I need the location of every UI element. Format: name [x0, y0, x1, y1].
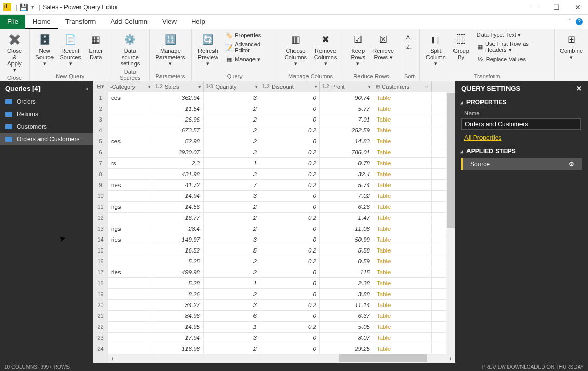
column-header-discount[interactable]: 1.2Discount▾ — [260, 81, 320, 92]
column-header-customers[interactable]: ⊞Customers↔ — [373, 81, 432, 92]
add-column-tab[interactable]: Add Column — [103, 15, 155, 29]
scroll-right-icon[interactable]: › — [446, 355, 455, 362]
row-number[interactable]: 6 — [93, 147, 108, 157]
cell-category[interactable] — [108, 343, 153, 354]
view-tab[interactable]: View — [155, 15, 184, 29]
table-row[interactable]: 17ries499.9820115Table — [93, 267, 455, 278]
table-row[interactable]: 4673.5720.2252.59Table — [93, 125, 455, 136]
row-number[interactable]: 22 — [93, 322, 108, 332]
cell-customers[interactable]: Table — [373, 234, 432, 245]
table-row[interactable]: 2317.94308.07Table — [93, 333, 455, 343]
table-row[interactable]: 24116.982029.25Table — [93, 343, 455, 354]
query-item[interactable]: Returns — [0, 108, 93, 121]
cell-category[interactable] — [108, 125, 153, 136]
cell-discount[interactable]: 0.2 — [260, 213, 320, 223]
cell-quantity[interactable]: 3 — [204, 234, 260, 245]
manage-button[interactable]: ▦Manage ▾ — [224, 55, 273, 63]
table-row[interactable]: 1ces362.943090.74Table — [93, 92, 455, 103]
cell-discount[interactable]: 0 — [260, 191, 320, 201]
cell-quantity[interactable]: 2 — [204, 213, 260, 223]
cell-category[interactable]: ces — [108, 92, 153, 103]
cell-category[interactable]: rs — [108, 158, 153, 168]
cell-sales[interactable]: 17.94 — [153, 333, 204, 343]
cell-category[interactable] — [108, 333, 153, 343]
horizontal-scrollbar[interactable]: ‹ › — [93, 354, 455, 363]
table-row[interactable]: 326.96207.01Table — [93, 114, 455, 125]
cell-sales[interactable]: 26.96 — [153, 114, 204, 125]
cell-category[interactable] — [108, 169, 153, 179]
close-apply-button[interactable]: ✖️ Close & Apply ▾ — [3, 31, 26, 74]
cell-profit[interactable]: 6.26 — [320, 202, 373, 212]
cell-profit[interactable]: 90.74 — [320, 92, 373, 103]
cell-discount[interactable]: 0 — [260, 333, 320, 343]
cell-sales[interactable]: 8.26 — [153, 289, 204, 299]
cell-profit[interactable]: 5.77 — [320, 103, 373, 114]
cell-discount[interactable]: 0 — [260, 234, 320, 245]
cell-discount[interactable]: 0 — [260, 223, 320, 234]
cell-quantity[interactable]: 2 — [204, 223, 260, 234]
split-column-button[interactable]: ⫿⫿Split Column ▾ — [423, 31, 449, 68]
cell-discount[interactable]: 0 — [260, 311, 320, 321]
cell-customers[interactable]: Table — [373, 136, 432, 147]
cell-profit[interactable]: 11.14 — [320, 300, 373, 310]
cell-sales[interactable]: 149.97 — [153, 234, 204, 245]
cell-quantity[interactable]: 1 — [204, 158, 260, 168]
cell-category[interactable] — [108, 256, 153, 267]
cell-discount[interactable]: 0 — [260, 267, 320, 277]
column-header-category[interactable]: -Category▾ — [108, 81, 153, 92]
cell-category[interactable]: ries — [108, 267, 153, 277]
cell-customers[interactable]: Table — [373, 125, 432, 136]
table-row[interactable]: 63930.0730.2-786.01Table — [93, 147, 455, 158]
cell-discount[interactable]: 0.2 — [260, 158, 320, 168]
cell-customers[interactable]: Table — [373, 256, 432, 267]
table-row[interactable]: 2034.2730.211.14Table — [93, 300, 455, 311]
row-number[interactable]: 18 — [93, 278, 108, 288]
sort-asc-button[interactable]: A↓ — [405, 33, 414, 42]
row-number[interactable]: 15 — [93, 245, 108, 256]
cell-sales[interactable]: 34.27 — [153, 300, 204, 310]
row-number[interactable]: 1 — [93, 92, 108, 103]
cell-quantity[interactable]: 2 — [204, 289, 260, 299]
cell-quantity[interactable]: 5 — [204, 245, 260, 256]
cell-profit[interactable]: 7.01 — [320, 114, 373, 125]
cell-category[interactable]: ries — [108, 180, 153, 190]
row-number[interactable]: 16 — [93, 256, 108, 267]
cell-category[interactable] — [108, 114, 153, 125]
cell-customers[interactable]: Table — [373, 202, 432, 212]
combine-button[interactable]: ⊞Combine ▾ — [558, 31, 585, 61]
cell-customers[interactable]: Table — [373, 322, 432, 332]
cell-profit[interactable]: 1.47 — [320, 213, 373, 223]
cell-customers[interactable]: Table — [373, 213, 432, 223]
cell-customers[interactable]: Table — [373, 114, 432, 125]
cell-discount[interactable]: 0 — [260, 278, 320, 288]
cell-customers[interactable]: Table — [373, 278, 432, 288]
cell-quantity[interactable]: 2 — [204, 256, 260, 267]
manage-parameters-button[interactable]: 🔢Manage Parameters ▾ — [153, 31, 188, 68]
cell-sales[interactable]: 2.3 — [153, 158, 204, 168]
vertical-scrollbar[interactable] — [446, 92, 455, 354]
cell-category[interactable] — [108, 311, 153, 321]
cell-quantity[interactable]: 2 — [204, 103, 260, 114]
table-row[interactable]: 8431.9830.232.4Table — [93, 169, 455, 180]
row-number[interactable]: 24 — [93, 343, 108, 354]
cell-sales[interactable]: 84.96 — [153, 311, 204, 321]
sort-desc-button[interactable]: Z↓ — [405, 43, 414, 51]
collapse-ribbon-icon[interactable]: ˄ — [568, 18, 571, 25]
all-properties-link[interactable]: All Properties — [455, 131, 588, 144]
row-number[interactable]: 9 — [93, 180, 108, 190]
table-row[interactable]: 11ngs14.56206.26Table — [93, 202, 455, 213]
cell-quantity[interactable]: 2 — [204, 114, 260, 125]
cell-profit[interactable]: 50.99 — [320, 234, 373, 245]
cell-quantity[interactable]: 3 — [204, 191, 260, 201]
cell-customers[interactable]: Table — [373, 147, 432, 157]
cell-customers[interactable]: Table — [373, 289, 432, 299]
cell-customers[interactable]: Table — [373, 103, 432, 114]
table-row[interactable]: 13ngs28.42011.08Table — [93, 223, 455, 234]
filter-icon[interactable]: ▾ — [255, 84, 258, 89]
cell-quantity[interactable]: 2 — [204, 136, 260, 147]
cell-discount[interactable]: 0 — [260, 289, 320, 299]
cell-customers[interactable]: Table — [373, 180, 432, 190]
cell-discount[interactable]: 0 — [260, 343, 320, 354]
choose-columns-button[interactable]: ▥Choose Columns ▾ — [282, 31, 310, 68]
expand-icon[interactable]: ↔ — [424, 84, 429, 89]
